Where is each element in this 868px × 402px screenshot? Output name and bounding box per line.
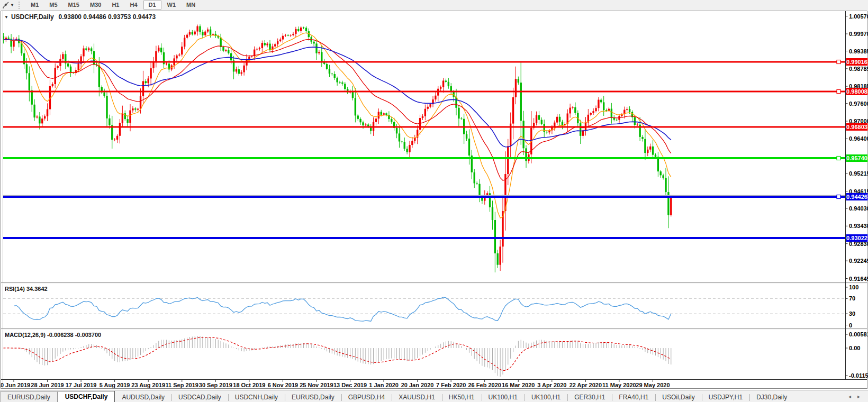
svg-text:0.93022: 0.93022 — [846, 235, 867, 241]
price-badge-0.93022: 0.93022 — [846, 234, 868, 242]
chart-tab-usdcnh-daily[interactable]: USDCNH,Daily — [228, 392, 285, 402]
chart-ohlc-values: 0.93800 0.94486 0.93753 0.94473 — [59, 13, 156, 21]
svg-text:100: 100 — [849, 284, 858, 290]
chart-symbol-label: USDCHF,Daily — [11, 13, 54, 21]
svg-text:30 Sep 2019: 30 Sep 2019 — [199, 382, 232, 388]
svg-text:18 Oct 2019: 18 Oct 2019 — [233, 382, 265, 388]
svg-text:1.00570: 1.00570 — [849, 13, 868, 20]
svg-text:0.95215: 0.95215 — [849, 170, 868, 177]
chart-tab-bar: EURUSD,DailyUSDCHF,DailyAUDUSD,DailyUSDC… — [0, 390, 868, 402]
chart-tab-usdjpy-h1[interactable]: USDJPY,H1 — [702, 392, 749, 402]
price-badge-0.95740: 0.95740 — [846, 154, 868, 162]
svg-text:11 Sep 2019: 11 Sep 2019 — [166, 382, 198, 388]
tab-scroll-arrows: ◂▸ — [840, 390, 868, 402]
svg-text:7 Feb 2020: 7 Feb 2020 — [436, 382, 466, 388]
chart-tab-ger30-h1[interactable]: GER30,H1 — [567, 392, 612, 402]
svg-text:30: 30 — [849, 310, 855, 317]
timeframe-button-m15[interactable]: M15 — [64, 1, 84, 9]
crosshair-tool-button[interactable]: ▾ — [0, 1, 15, 10]
timeframe-button-h4[interactable]: H4 — [125, 1, 142, 9]
svg-text:26 Feb 2020: 26 Feb 2020 — [468, 382, 501, 388]
line-handle-0.98008[interactable] — [837, 90, 840, 94]
macd-histogram — [3, 336, 671, 377]
tab-scroll-left-icon[interactable]: ◂ — [848, 394, 851, 399]
ma-fast-line — [3, 33, 671, 218]
macd-axis-labels: 0.0058180.00-0.011514 — [846, 331, 868, 379]
svg-text:3 Apr 2020: 3 Apr 2020 — [537, 382, 566, 388]
price-badge-0.98008: 0.98008 — [846, 88, 868, 95]
chart-tab-fra40-h1[interactable]: FRA40,H1 — [612, 392, 655, 402]
svg-text:0.96803: 0.96803 — [846, 124, 867, 130]
chart-tab-usdcad-daily[interactable]: USDCAD,Daily — [171, 392, 228, 402]
svg-text:16 Mar 2020: 16 Mar 2020 — [502, 382, 535, 388]
svg-text:0.97600: 0.97600 — [849, 100, 868, 107]
timeframe-button-m1[interactable]: M1 — [26, 1, 43, 9]
svg-text:0.99385: 0.99385 — [849, 48, 868, 54]
svg-text:0.99016: 0.99016 — [846, 59, 867, 65]
svg-text:70: 70 — [849, 295, 855, 302]
price-badge-0.99016: 0.99016 — [846, 58, 868, 66]
svg-text:0.95740: 0.95740 — [846, 155, 867, 161]
price-badge-0.96803: 0.96803 — [846, 123, 868, 131]
svg-text:23 Aug 2019: 23 Aug 2019 — [131, 382, 165, 388]
chart-tab-hk50-h1[interactable]: HK50,H1 — [442, 392, 482, 402]
svg-text:0: 0 — [849, 322, 852, 328]
svg-text:0.98008: 0.98008 — [846, 88, 867, 95]
timeframe-button-w1[interactable]: W1 — [162, 1, 181, 9]
timeframe-button-d1[interactable]: D1 — [143, 1, 161, 10]
svg-text:0.94030: 0.94030 — [849, 205, 868, 212]
price-badge-0.94426: 0.94426 — [846, 193, 868, 200]
svg-text:29 May 2020: 29 May 2020 — [636, 382, 670, 388]
chart-tab-eurusd-daily[interactable]: EURUSD,Daily — [285, 392, 341, 402]
rsi-axis-labels: 10070300 — [846, 284, 859, 328]
svg-text:0.92245: 0.92245 — [849, 258, 868, 264]
rsi-line — [14, 297, 671, 321]
svg-text:6 Nov 2019: 6 Nov 2019 — [268, 382, 298, 388]
svg-text:5 Aug 2019: 5 Aug 2019 — [100, 382, 130, 388]
chart-tab-audusd-daily[interactable]: AUDUSD,Daily — [115, 392, 171, 402]
timeframe-button-m5[interactable]: M5 — [44, 1, 62, 9]
svg-text:0.94426: 0.94426 — [846, 194, 867, 200]
chart-tab-eurusd-daily[interactable]: EURUSD,Daily — [0, 391, 58, 402]
chart-title: ▼USDCHF,Daily0.93800 0.94486 0.93753 0.9… — [4, 13, 156, 21]
chart-tab-uk100-h1[interactable]: UK100,H1 — [482, 392, 525, 402]
chart-window-border — [1, 11, 867, 389]
timeframe-button-group: M1M5M15M30H1H4D1W1MN — [25, 1, 201, 10]
svg-text:0.98785: 0.98785 — [849, 66, 868, 72]
svg-text:0.005818: 0.005818 — [849, 331, 868, 337]
svg-text:28 Jun 2019: 28 Jun 2019 — [31, 382, 64, 388]
crosshair-tool-icon — [2, 1, 10, 10]
top-toolbar: ▾ M1M5M15M30H1H4D1W1MN — [0, 0, 868, 10]
line-handle-0.94426[interactable] — [837, 195, 840, 199]
chart-tab-dj30-daily[interactable]: DJ30,Daily — [749, 392, 794, 402]
line-handle-0.99016[interactable] — [837, 60, 840, 64]
svg-text:20 Jan 2020: 20 Jan 2020 — [401, 382, 434, 388]
chart-tab-xauusd-h1[interactable]: XAUUSD,H1 — [392, 392, 442, 402]
timeframe-button-mn[interactable]: MN — [182, 1, 200, 9]
svg-text:0.00: 0.00 — [849, 345, 860, 351]
svg-text:25 Nov 2019: 25 Nov 2019 — [300, 382, 333, 388]
svg-text:0.99970: 0.99970 — [849, 31, 868, 37]
svg-text:0.93430: 0.93430 — [849, 223, 868, 229]
time-axis-labels: 10 Jun 201928 Jun 201917 Jul 20195 Aug 2… — [0, 380, 670, 389]
chart-tab-gbpusd-h4[interactable]: GBPUSD,H4 — [341, 392, 392, 402]
timeframe-button-h1[interactable]: H1 — [107, 1, 124, 9]
svg-text:-0.011514: -0.011514 — [849, 372, 868, 379]
chart-tab-usoil-daily[interactable]: USOil,Daily — [655, 392, 701, 402]
chart-tab-usdchf-daily[interactable]: USDCHF,Daily — [58, 391, 115, 402]
toolbar-grip — [19, 2, 21, 9]
svg-text:17 Jul 2019: 17 Jul 2019 — [66, 382, 97, 388]
tab-scroll-right-icon[interactable]: ▸ — [857, 394, 860, 399]
chart-tab-uk100-h1[interactable]: UK100,H1 — [525, 392, 567, 402]
svg-text:1 Jan 2020: 1 Jan 2020 — [369, 382, 399, 388]
line-handle-0.95740[interactable] — [837, 157, 840, 160]
chevron-down-icon: ▾ — [11, 3, 13, 7]
svg-text:0.91645: 0.91645 — [849, 276, 868, 282]
svg-text:11 May 2020: 11 May 2020 — [602, 382, 636, 388]
timeframe-button-m30[interactable]: M30 — [85, 1, 106, 9]
svg-text:0.96400: 0.96400 — [849, 135, 868, 142]
chart-collapse-icon[interactable]: ▼ — [4, 15, 8, 20]
chart-canvas[interactable]: 1.005700.999700.993850.987850.981850.976… — [0, 11, 868, 389]
svg-text:13 Dec 2019: 13 Dec 2019 — [333, 382, 367, 388]
svg-text:10 Jun 2019: 10 Jun 2019 — [0, 382, 30, 388]
